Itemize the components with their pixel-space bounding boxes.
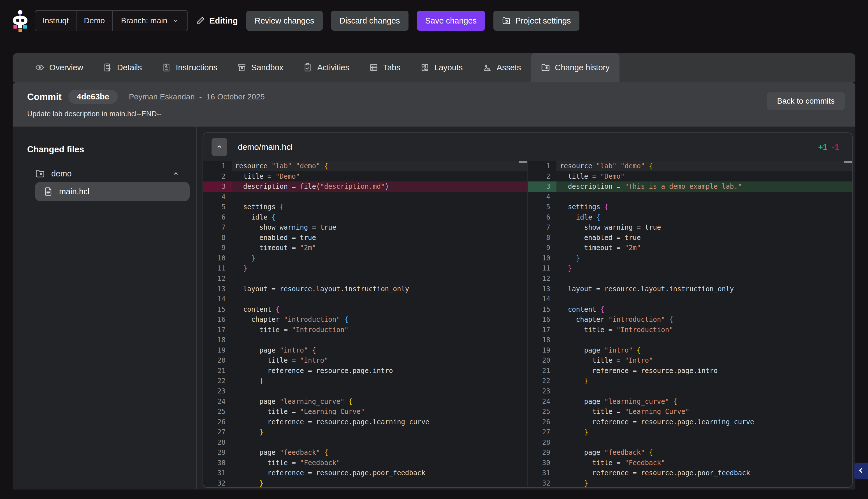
tab-sandbox[interactable]: Sandbox <box>227 53 293 82</box>
eye-icon <box>35 63 45 72</box>
code-line-25: 25 title = "Learning Curve" <box>203 406 527 417</box>
project-settings-button[interactable]: Project settings <box>493 11 579 31</box>
tab-label: Sandbox <box>251 63 284 72</box>
commit-meta-separator: - <box>199 93 202 101</box>
breadcrumb-project[interactable]: Demo <box>76 11 112 31</box>
additions-count: +1 <box>818 143 827 152</box>
tab-details[interactable]: Details <box>93 53 152 82</box>
line-content: } <box>232 427 527 437</box>
chevron-up-icon <box>216 143 223 151</box>
line-content: title = "Demo" <box>556 171 852 182</box>
line-content: layout = resource.layout.instruction_onl… <box>556 284 852 294</box>
discard-changes-button[interactable]: Discard changes <box>331 11 409 31</box>
line-content: settings { <box>556 202 852 212</box>
scrollbar-thumb[interactable] <box>844 161 852 163</box>
file-item-main-hcl[interactable]: main.hcl <box>35 182 190 201</box>
change-history-panel: Commit 4de63be Peyman Eskandari - 16 Oct… <box>13 82 855 489</box>
line-number: 8 <box>528 233 556 243</box>
line-number: 27 <box>528 427 556 437</box>
back-to-commits-button[interactable]: Back to commits <box>767 93 845 110</box>
line-content: title = "Introduction" <box>556 325 852 335</box>
tab-instructions[interactable]: Instructions <box>152 53 227 82</box>
breadcrumb-workspace[interactable]: Instruqt <box>35 11 76 31</box>
line-content <box>556 437 852 448</box>
folder-row-demo[interactable]: demo <box>27 169 190 179</box>
diff-pane-modified[interactable]: 1resource "lab" "demo" {2 title = "Demo"… <box>527 161 852 487</box>
line-content: } <box>232 263 527 273</box>
tab-activities[interactable]: Activities <box>293 53 359 82</box>
code-line-24: 24 page "learning_curve" { <box>528 397 852 407</box>
line-content: title = "Feedback" <box>232 458 527 468</box>
branch-selector[interactable]: Branch: main <box>112 11 188 31</box>
tab-assets[interactable]: Assets <box>473 53 531 82</box>
code-line-18: 18 <box>203 335 527 345</box>
tab-label: Change history <box>555 63 610 72</box>
file-lines-icon <box>44 187 53 196</box>
tab-layouts[interactable]: Layouts <box>410 53 473 82</box>
line-content <box>556 192 852 202</box>
line-content: chapter "introduction" { <box>556 315 852 325</box>
tab-label: Assets <box>497 63 521 72</box>
line-content: content { <box>556 304 852 315</box>
diff-area: demo/main.hcl +1 -1 1resource "lab" "dem… <box>197 126 855 489</box>
code-line-9: 9 timeout = "2m" <box>203 243 527 253</box>
tab-label: Instructions <box>176 63 217 72</box>
line-number: 12 <box>528 273 556 284</box>
line-number: 32 <box>203 478 232 487</box>
line-number: 32 <box>528 478 556 487</box>
line-number: 25 <box>203 406 232 417</box>
chevron-up-icon[interactable] <box>172 170 180 177</box>
tab-overview[interactable]: Overview <box>25 53 93 82</box>
code-line-22: 22 } <box>528 376 852 386</box>
folder-bookmark-icon <box>35 169 45 179</box>
back-to-commits-label: Back to commits <box>777 97 835 106</box>
line-number: 15 <box>203 304 232 315</box>
code-line-8: 8 enabled = true <box>203 233 527 243</box>
line-content: idle { <box>232 212 527 223</box>
code-line-17: 17 title = "Introduction" <box>528 325 852 335</box>
line-content: page "learning_curve" { <box>232 397 527 407</box>
commit-date: 16 October 2025 <box>206 93 265 101</box>
line-content: title = "Introduction" <box>232 325 527 335</box>
commit-meta: Peyman Eskandari - 16 October 2025 <box>129 93 265 101</box>
code-line-1: 1resource "lab" "demo" { <box>203 161 527 171</box>
review-changes-button[interactable]: Review changes <box>246 11 323 31</box>
line-number: 4 <box>203 192 232 202</box>
line-content: reference = resource.page.intro <box>556 366 852 376</box>
commit-title: Commit <box>27 92 62 102</box>
line-content: page "intro" { <box>556 345 852 356</box>
line-content: content { <box>232 304 527 315</box>
line-number: 24 <box>528 397 556 407</box>
diff-file-path: demo/main.hcl <box>238 142 292 152</box>
save-changes-button[interactable]: Save changes <box>417 11 485 31</box>
tab-label: Details <box>117 63 142 72</box>
code-line-26: 26 reference = resource.page.learning_cu… <box>203 417 527 427</box>
code-line-20: 20 title = "Intro" <box>203 355 527 366</box>
code-line-17: 17 title = "Introduction" <box>203 325 527 335</box>
line-content: reference = resource.page.poor_feedback <box>556 468 852 478</box>
line-content: reference = resource.page.intro <box>232 366 527 376</box>
line-content: resource "lab" "demo" { <box>556 161 852 171</box>
diff-pane-original[interactable]: 1resource "lab" "demo" {2 title = "Demo"… <box>203 161 527 487</box>
commit-message: Update lab description in main.hcl--END-… <box>27 109 845 118</box>
line-number: 14 <box>203 294 232 304</box>
code-line-25: 25 title = "Learning Curve" <box>528 406 852 417</box>
line-number: 10 <box>203 253 232 264</box>
folder-label: demo <box>51 169 72 178</box>
line-number: 4 <box>528 192 556 202</box>
collapse-diff-button[interactable] <box>212 138 227 156</box>
line-number: 14 <box>528 294 556 304</box>
side-drawer-toggle[interactable] <box>854 463 868 479</box>
tab-change-history[interactable]: Change history <box>531 53 619 82</box>
scrollbar-thumb[interactable] <box>519 161 527 163</box>
line-content: show_warning = true <box>232 222 527 233</box>
commit-author: Peyman Eskandari <box>129 93 195 101</box>
line-number: 29 <box>203 448 232 458</box>
line-content: settings { <box>232 202 527 212</box>
line-number: 19 <box>203 345 232 356</box>
tab-label: Activities <box>317 63 349 72</box>
code-line-3: 3 description = file("description.md") <box>203 181 527 192</box>
line-content: } <box>556 478 852 487</box>
tab-tabs[interactable]: Tabs <box>359 53 410 82</box>
code-line-6: 6 idle { <box>528 212 852 223</box>
